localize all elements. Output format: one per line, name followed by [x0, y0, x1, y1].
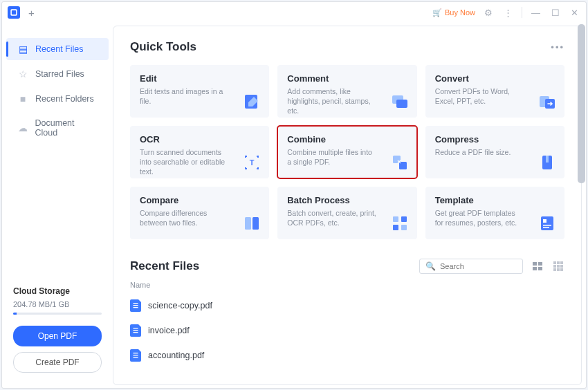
svg-rect-23 — [538, 262, 542, 266]
sidebar-item-document-cloud[interactable]: ☁ Document Cloud — [6, 113, 109, 143]
svg-rect-30 — [557, 265, 560, 268]
svg-rect-15 — [401, 216, 407, 222]
card-desc: Convert PDFs to Word, Excel, PPT, etc. — [435, 86, 525, 106]
combine-icon — [391, 154, 409, 171]
svg-rect-31 — [560, 265, 563, 268]
convert-icon — [538, 93, 556, 111]
comment-icon — [391, 93, 409, 111]
sidebar-item-recent-folders[interactable]: ■ Recent Folders — [6, 88, 109, 110]
batch-icon — [391, 214, 409, 232]
open-pdf-button[interactable]: Open PDF — [13, 326, 102, 346]
kebab-menu-icon[interactable]: ⋮ — [502, 8, 515, 18]
sidebar-item-label: Recent Folders — [35, 94, 94, 104]
quick-tools-title: Quick Tools — [130, 40, 196, 54]
file-name: invoice.pdf — [148, 326, 190, 335]
scrollbar-thumb[interactable] — [578, 24, 585, 183]
file-row[interactable]: ☰ science-copy.pdf — [130, 293, 564, 318]
storage-title: Cloud Storage — [13, 286, 102, 296]
search-input[interactable] — [440, 262, 535, 270]
card-title: Edit — [140, 73, 259, 84]
minimize-icon[interactable]: — — [529, 8, 542, 18]
card-title: Compare — [140, 195, 259, 205]
storage-used: 204.78 MB/1 GB — [13, 300, 102, 308]
quick-tools-grid: Edit Edit texts and images in a file. Co… — [130, 65, 564, 239]
svg-rect-34 — [560, 268, 563, 271]
tool-card-compare[interactable]: Compare Compare differences between two … — [130, 187, 269, 239]
tool-card-comment[interactable]: Comment Add comments, like highlights, p… — [277, 65, 416, 118]
card-desc: Edit texts and images in a file. — [140, 86, 230, 106]
app-body: ▤ Recent Files ☆ Starred Files ■ Recent … — [2, 23, 586, 388]
compress-icon — [538, 154, 556, 171]
svg-rect-17 — [401, 225, 407, 230]
buy-now-link[interactable]: 🛒 Buy Now — [432, 8, 475, 17]
file-row[interactable]: ☰ invoice.pdf — [130, 318, 564, 343]
star-icon: ☆ — [17, 68, 28, 80]
app-window: + 🛒 Buy Now ⚙ ⋮ — ☐ ✕ ▤ Recent Files ☆ S… — [1, 1, 587, 389]
cloud-icon: ☁ — [17, 122, 28, 133]
svg-rect-32 — [553, 268, 556, 271]
card-title: Batch Process — [287, 195, 407, 205]
sidebar-item-starred-files[interactable]: ☆ Starred Files — [6, 63, 109, 85]
create-pdf-button[interactable]: Create PDF — [13, 352, 102, 373]
card-desc: Combine multiple files into a single PDF… — [287, 147, 377, 167]
scrollbar[interactable] — [578, 24, 585, 384]
tool-card-ocr[interactable]: OCR Turn scanned documents into searchab… — [130, 126, 269, 178]
sidebar-item-recent-files[interactable]: ▤ Recent Files — [6, 38, 109, 60]
card-desc: Turn scanned documents into searchable o… — [140, 147, 230, 177]
new-tab-button[interactable]: + — [28, 7, 35, 19]
storage-bar — [13, 313, 102, 315]
card-title: Combine — [287, 134, 407, 145]
tool-card-batch-process[interactable]: Batch Process Batch convert, create, pri… — [277, 187, 416, 239]
svg-rect-25 — [538, 267, 542, 270]
close-icon[interactable]: ✕ — [569, 8, 580, 18]
svg-rect-21 — [543, 227, 549, 228]
svg-rect-33 — [557, 268, 560, 271]
titlebar: + 🛒 Buy Now ⚙ ⋮ — ☐ ✕ — [2, 2, 586, 23]
svg-rect-4 — [396, 100, 407, 108]
file-row[interactable]: ☰ accounting.pdf — [130, 343, 564, 368]
svg-rect-27 — [557, 261, 560, 264]
svg-rect-22 — [533, 262, 537, 266]
gear-icon[interactable]: ⚙ — [482, 8, 495, 18]
folder-icon: ■ — [17, 93, 28, 104]
card-title: OCR — [140, 134, 259, 145]
svg-rect-29 — [553, 265, 556, 268]
tool-card-combine[interactable]: Combine Combine multiple files into a si… — [277, 126, 416, 178]
search-icon: 🔍 — [425, 261, 436, 271]
card-title: Template — [435, 195, 555, 205]
cart-icon: 🛒 — [432, 8, 442, 17]
svg-rect-1 — [12, 10, 16, 15]
file-name: accounting.pdf — [148, 351, 204, 360]
sidebar: ▤ Recent Files ☆ Starred Files ■ Recent … — [2, 23, 113, 388]
tool-card-convert[interactable]: Convert Convert PDFs to Word, Excel, PPT… — [425, 65, 564, 118]
app-logo-icon — [8, 6, 20, 19]
more-icon[interactable]: ••• — [551, 42, 564, 53]
sidebar-item-label: Starred Files — [35, 69, 84, 79]
edit-icon — [243, 93, 261, 111]
file-icon: ▤ — [17, 44, 28, 55]
maximize-icon[interactable]: ☐ — [549, 8, 562, 18]
tool-card-compress[interactable]: Compress Reduce a PDF file size. — [425, 126, 564, 178]
recent-files-title: Recent Files — [130, 259, 199, 273]
view-list-icon[interactable] — [531, 260, 544, 272]
tool-card-edit[interactable]: Edit Edit texts and images in a file. — [130, 65, 269, 118]
svg-rect-28 — [560, 261, 563, 264]
tool-card-template[interactable]: Template Get great PDF templates for res… — [425, 187, 564, 239]
recent-files-header: Recent Files 🔍 — [130, 259, 564, 274]
svg-rect-12 — [245, 217, 251, 230]
card-desc: Add comments, like highlights, pencil, s… — [287, 86, 377, 116]
svg-rect-16 — [393, 225, 398, 230]
svg-rect-14 — [393, 216, 398, 222]
file-name: science-copy.pdf — [148, 301, 212, 310]
compare-icon — [243, 214, 261, 232]
search-box[interactable]: 🔍 — [419, 259, 523, 274]
view-grid-icon[interactable] — [552, 260, 564, 272]
sidebar-bottom: Cloud Storage 204.78 MB/1 GB Open PDF Cr… — [2, 279, 113, 388]
svg-rect-24 — [533, 267, 537, 270]
card-desc: Compare differences between two files. — [140, 208, 230, 228]
card-desc: Get great PDF templates for resumes, pos… — [435, 208, 525, 228]
buy-now-label: Buy Now — [445, 8, 475, 17]
svg-rect-18 — [541, 216, 553, 230]
svg-rect-20 — [543, 225, 551, 226]
main-panel: Quick Tools ••• Edit Edit texts and imag… — [113, 26, 582, 385]
